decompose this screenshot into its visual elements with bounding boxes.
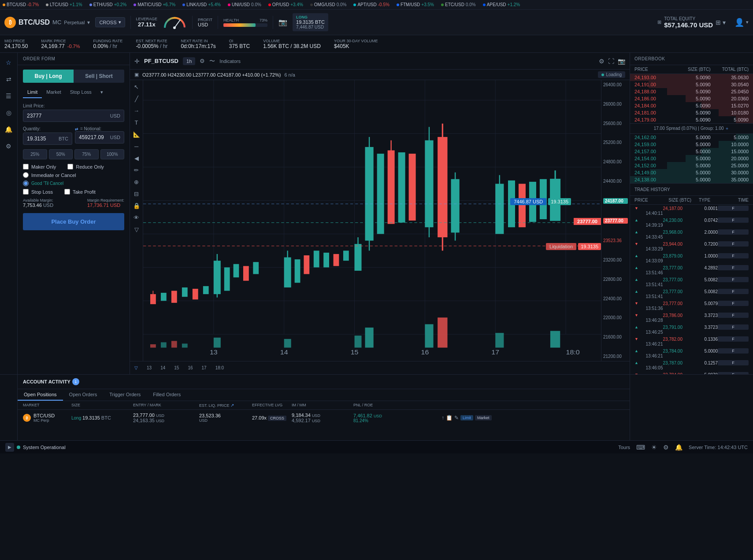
expand-sidebar-btn[interactable]: ▶ — [5, 443, 14, 452]
immediate-cancel-radio[interactable] — [23, 172, 29, 178]
ticker-item-uniusd[interactable]: UNI/USD 0.0% — [228, 2, 261, 7]
good-til-radio[interactable] — [23, 181, 29, 186]
tool-draw[interactable]: ✏ — [134, 167, 139, 173]
bid-row[interactable]: 24,152.005.000025.0000 — [630, 162, 753, 169]
sl-tp-row[interactable]: Stop Loss Take Profit — [23, 189, 124, 195]
expand-equity-icon[interactable]: ⊞ ▾ — [716, 19, 726, 26]
chart-indicators-btn[interactable]: Indicators — [219, 59, 241, 64]
expand-icon[interactable]: ▾ — [87, 19, 90, 26]
aa-tab-open-orders[interactable]: Open Orders — [63, 389, 104, 401]
aa-action-icon3[interactable]: ✎ — [454, 415, 459, 421]
ob-add-button[interactable]: ＋ — [725, 126, 729, 131]
settings-icon[interactable]: ⚙ — [663, 444, 669, 451]
chart-wave-icon[interactable]: 〜 — [209, 57, 215, 65]
tab-stoploss[interactable]: Stop Loss — [66, 87, 96, 98]
quantity-input[interactable] — [27, 136, 59, 142]
place-order-button[interactable]: Place Buy Order — [23, 213, 124, 230]
pct-50[interactable]: 50% — [49, 149, 73, 159]
sidebar-icon-swap[interactable]: ⇄ — [4, 74, 14, 85]
ticker-item-linkusd[interactable]: LINK/USD +5.4% — [182, 2, 221, 7]
ticker-item-ethusd[interactable]: ETH/USD +0.2% — [89, 2, 127, 7]
tool-eye[interactable]: 👁 — [134, 214, 139, 221]
tool-cursor[interactable]: ↖ — [134, 84, 139, 90]
aa-action-icon1[interactable]: ↑ — [441, 415, 444, 421]
sidebar-icon-circle[interactable]: ◎ — [4, 107, 14, 118]
cross-button[interactable]: CROSS ▾ — [95, 17, 125, 27]
ask-row[interactable]: 24,188.005.009025.0450 — [630, 88, 753, 95]
chart-settings-icon[interactable]: ⚙ — [200, 58, 205, 64]
ticker-item-opusd[interactable]: OP/USD +3.4% — [268, 2, 303, 7]
tool-line[interactable]: ╱ — [135, 96, 138, 102]
keyboard-icon[interactable]: ⌨ — [636, 444, 645, 451]
sidebar-icon-bell[interactable]: 🔔 — [4, 124, 14, 135]
pct-75[interactable]: 75% — [74, 149, 99, 159]
buy-tab[interactable]: Buy | Long — [23, 70, 74, 83]
bid-row[interactable]: 24,157.005.000015.0000 — [630, 148, 753, 155]
aa-limit-tag[interactable]: Limit — [460, 415, 473, 420]
stop-loss-checkbox[interactable] — [23, 189, 29, 195]
sidebar-icon-list[interactable]: ☰ — [4, 91, 14, 101]
tab-market[interactable]: Market — [42, 87, 66, 98]
pct-25[interactable]: 25% — [23, 149, 47, 159]
bid-row[interactable]: 24,162.005.00005.0000 — [630, 134, 753, 141]
tool-price-lines[interactable]: ⊟ — [134, 191, 139, 197]
chart-camera-icon[interactable]: 📷 — [618, 58, 625, 65]
ask-row[interactable]: 24,186.005.009020.0360 — [630, 95, 753, 102]
ask-row[interactable]: 24,181.005.009010.0180 — [630, 109, 753, 116]
maker-only-checkbox[interactable] — [23, 164, 29, 169]
ticker-item-ftmusd[interactable]: FTM/USD +3.5% — [397, 2, 434, 7]
tool-text[interactable]: T — [135, 119, 138, 126]
chart-expand-icon[interactable]: ⛶ — [608, 58, 614, 65]
aa-tab-filled-orders[interactable]: Filled Orders — [147, 389, 187, 401]
immediate-cancel-row[interactable]: Immediate or Cancel — [23, 172, 124, 178]
tool-lock[interactable]: 🔒 — [133, 203, 140, 209]
ask-row[interactable]: 24,193.005.009035.0630 — [630, 74, 753, 81]
tool-collapse[interactable]: ▽ — [134, 226, 139, 233]
ticker-item-ltcusd[interactable]: LTC/USD +1.1% — [46, 2, 82, 7]
aa-tab-trigger-orders[interactable]: Trigger Orders — [103, 389, 147, 401]
sidebar-icon-gear[interactable]: ⚙ — [4, 141, 14, 151]
notional-input-container[interactable]: USD — [75, 131, 124, 144]
bid-row[interactable]: 24,154.005.000020.0000 — [630, 155, 753, 162]
limit-price-input-container[interactable]: USD — [23, 110, 124, 122]
ticker-item-btcusd[interactable]: BTC/USD -0.7% — [3, 2, 39, 7]
tool-horizontal[interactable]: ─ — [134, 143, 138, 150]
quantity-input-container[interactable]: BTC — [23, 133, 72, 145]
sell-tab[interactable]: Sell | Short — [74, 70, 124, 83]
ticker-item-etcusd[interactable]: ETC/USD 0.0% — [441, 2, 476, 7]
aa-market-tag[interactable]: Market — [475, 415, 492, 420]
ask-row[interactable]: 24,184.005.009015.0270 — [630, 102, 753, 109]
notional-input[interactable] — [79, 134, 110, 140]
ask-row[interactable]: 24,179.005.00905.0090 — [630, 116, 753, 123]
ticker-item-aptusd[interactable]: APT/USD -0.5% — [353, 2, 389, 7]
bid-row[interactable]: 24,159.005.000010.0000 — [630, 141, 753, 148]
ticker-item-maticusd[interactable]: MATIC/USD +6.7% — [134, 2, 175, 7]
limit-price-input[interactable] — [27, 113, 102, 119]
sun-icon[interactable]: ☀ — [651, 444, 657, 451]
user-area[interactable]: 👤 ▾ — [734, 18, 749, 27]
chart-gear-icon[interactable]: ⚙ — [599, 58, 605, 65]
good-til-cancel-row[interactable]: Good 'Til Cancel — [23, 181, 124, 186]
tab-more[interactable]: ▾ — [96, 87, 108, 98]
tab-limit[interactable]: Limit — [23, 87, 42, 98]
pct-100[interactable]: 100% — [100, 149, 125, 159]
bell-icon[interactable]: 🔔 — [675, 444, 683, 451]
ask-row[interactable]: 24,191.005.009030.0540 — [630, 81, 753, 88]
tool-zoom[interactable]: ⊕ — [134, 179, 139, 185]
bid-row[interactable]: 24,149.005.000030.0000 — [630, 169, 753, 176]
bid-row[interactable]: 24,138.005.000035.0000 — [630, 176, 753, 183]
ticker-item-apeusd[interactable]: APE/USD +1.2% — [483, 2, 520, 7]
chart-crosshair-icon[interactable]: ✛ — [134, 58, 140, 65]
aa-tab-open-positions[interactable]: Open Positions — [18, 389, 63, 401]
tool-ray[interactable]: → — [134, 107, 139, 114]
take-profit-checkbox[interactable] — [64, 189, 70, 195]
grid-icon[interactable]: ⊞ — [657, 19, 661, 25]
chart-nav-prev[interactable]: ▽ — [134, 365, 138, 370]
sidebar-icon-star[interactable]: ☆ — [4, 57, 14, 68]
aa-action-icon2[interactable]: 📋 — [446, 415, 453, 421]
tool-ruler[interactable]: 📐 — [133, 131, 140, 138]
tool-left-arrow[interactable]: ◀ — [134, 155, 139, 162]
ticker-item-omgusd[interactable]: OMG/USD 0.0% — [310, 2, 347, 7]
reduce-only-checkbox[interactable] — [67, 164, 73, 169]
maker-only-row[interactable]: Maker Only Reduce Only — [23, 164, 124, 169]
